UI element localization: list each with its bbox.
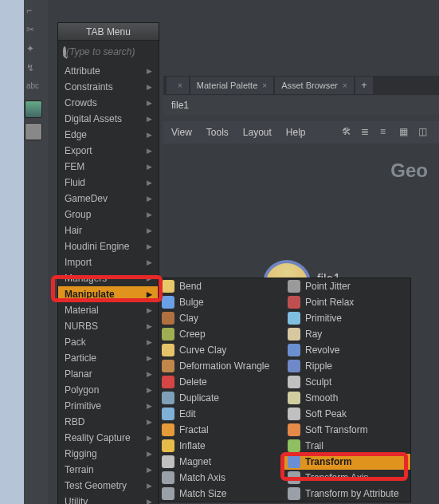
menu-item-label: Rigging — [65, 448, 97, 459]
submenu-item-label: Ripple — [305, 360, 332, 372]
menu-item-particle[interactable]: Particle▶ — [58, 350, 159, 366]
menu-item-manipulate[interactable]: Manipulate▶ — [58, 286, 159, 302]
menu-item-import[interactable]: Import▶ — [58, 254, 159, 270]
menu-item-managers[interactable]: Managers▶ — [58, 270, 159, 286]
submenu-item-transform-axis[interactable]: Transform Axis — [284, 470, 410, 486]
chevron-right-icon: ▶ — [147, 147, 152, 155]
submenu-item-bend[interactable]: Bend — [159, 278, 284, 294]
menu-item-digital-assets[interactable]: Digital Assets▶ — [58, 111, 159, 127]
manipulate-submenu: BendBulgeClayCreepCurve ClayDeformation … — [158, 278, 411, 502]
spark-icon[interactable]: ✦ — [26, 43, 41, 57]
menu-help[interactable]: Help — [286, 127, 306, 138]
menu-item-fluid[interactable]: Fluid▶ — [58, 175, 159, 191]
menu-tools[interactable]: Tools — [206, 127, 229, 138]
grid-icon[interactable]: ▦ — [399, 126, 412, 139]
submenu-item-inflate[interactable]: Inflate — [159, 438, 284, 454]
menu-item-crowds[interactable]: Crowds▶ — [58, 95, 159, 111]
submenu-item-match-axis[interactable]: Match Axis — [159, 470, 284, 486]
menu-item-constraints[interactable]: Constraints▶ — [58, 79, 159, 95]
submenu-item-soft-peak[interactable]: Soft Peak — [284, 406, 410, 422]
chevron-right-icon: ▶ — [147, 115, 152, 123]
submenu-item-trail[interactable]: Trail — [284, 438, 410, 454]
menu-view[interactable]: View — [171, 127, 192, 138]
chevron-right-icon: ▶ — [147, 211, 152, 219]
submenu-item-curve-clay[interactable]: Curve Clay — [159, 342, 284, 358]
submenu-item-duplicate[interactable]: Duplicate — [159, 390, 284, 406]
menu-item-polygon[interactable]: Polygon▶ — [58, 382, 159, 398]
submenu-item-fractal[interactable]: Fractal — [159, 422, 284, 438]
submenu-item-smooth[interactable]: Smooth — [284, 390, 410, 406]
menu-item-attribute[interactable]: Attribute▶ — [58, 63, 159, 79]
submenu-item-primitive[interactable]: Primitive — [284, 310, 410, 326]
menu-item-export[interactable]: Export▶ — [58, 143, 159, 159]
image-thumb-icon[interactable] — [25, 100, 42, 118]
tab-asset-browser[interactable]: Asset Browser × — [275, 77, 354, 94]
chevron-right-icon: ▶ — [147, 322, 152, 330]
wrench-icon[interactable]: 🛠 — [342, 126, 355, 139]
menu-item-primitive[interactable]: Primitive▶ — [58, 398, 159, 414]
menu-item-label: Fluid — [65, 177, 85, 188]
close-icon[interactable]: × — [262, 81, 267, 90]
detail-icon[interactable]: ≡ — [380, 126, 393, 139]
tab-menu-search-input[interactable] — [66, 46, 186, 57]
menu-item-group[interactable]: Group▶ — [58, 207, 159, 222]
menu-item-material[interactable]: Material▶ — [58, 302, 159, 318]
menu-item-nurbs[interactable]: NURBS▶ — [58, 318, 159, 334]
link-icon[interactable]: ↯ — [26, 62, 41, 77]
menu-item-gamedev[interactable]: GameDev▶ — [58, 191, 159, 207]
network-context-label: Geo — [390, 159, 428, 182]
menu-layout[interactable]: Layout — [243, 127, 272, 138]
menu-item-rigging[interactable]: Rigging▶ — [58, 446, 159, 462]
defwrangle-icon — [162, 360, 174, 372]
submenu-item-point-relax[interactable]: Point Relax — [284, 294, 410, 310]
submenu-item-clay[interactable]: Clay — [159, 310, 284, 326]
menu-item-label: Crowds — [65, 97, 97, 108]
tab-material-palette[interactable]: Material Palette × — [190, 77, 273, 94]
menu-item-test-geometry[interactable]: Test Geometry▶ — [58, 478, 159, 494]
right-angle-icon[interactable]: ⌐ — [26, 5, 41, 19]
text-icon[interactable]: abc — [26, 81, 41, 96]
panel-icon[interactable]: ◫ — [418, 126, 431, 139]
submenu-item-match-size[interactable]: Match Size — [159, 486, 284, 502]
submenu-item-ripple[interactable]: Ripple — [284, 358, 410, 374]
submenu-item-label: Bend — [179, 281, 202, 292]
submenu-item-ray[interactable]: Ray — [284, 326, 410, 342]
menu-item-edge[interactable]: Edge▶ — [58, 127, 159, 143]
transformaxis-icon — [288, 471, 300, 484]
menu-item-houdini-engine[interactable]: Houdini Engine▶ — [58, 238, 159, 254]
submenu-item-edit[interactable]: Edit — [159, 406, 284, 422]
submenu-item-label: Creep — [179, 329, 206, 340]
submenu-item-magnet[interactable]: Magnet — [159, 454, 284, 470]
menu-item-rbd[interactable]: RBD▶ — [58, 414, 159, 430]
pin-thumb-icon[interactable] — [25, 123, 42, 140]
close-icon[interactable]: × — [343, 81, 347, 90]
menu-item-fem[interactable]: FEM▶ — [58, 159, 159, 175]
submenu-item-revolve[interactable]: Revolve — [284, 342, 410, 358]
breadcrumb[interactable]: file1 — [163, 96, 439, 115]
inflate-icon — [162, 439, 174, 452]
close-icon[interactable]: × — [178, 81, 182, 90]
menu-item-hair[interactable]: Hair▶ — [58, 222, 159, 238]
submenu-item-point-jitter[interactable]: Point Jitter — [284, 278, 410, 294]
tab-empty[interactable]: × — [167, 77, 189, 94]
submenu-item-label: Soft Peak — [305, 408, 347, 419]
add-tab-button[interactable]: + — [355, 77, 373, 94]
list-icon[interactable]: ≣ — [361, 126, 374, 139]
menu-item-reality-capture[interactable]: Reality Capture▶ — [58, 430, 159, 446]
menu-item-pack[interactable]: Pack▶ — [58, 334, 159, 350]
submenu-item-delete[interactable]: Delete — [159, 374, 284, 390]
scissors-icon[interactable]: ✂ — [26, 24, 41, 38]
bend-icon — [162, 280, 174, 293]
menu-item-utility[interactable]: Utility▶ — [58, 494, 159, 504]
submenu-item-deformation-wrangle[interactable]: Deformation Wrangle — [159, 358, 284, 374]
menu-item-terrain[interactable]: Terrain▶ — [58, 462, 159, 478]
menu-item-planar[interactable]: Planar▶ — [58, 366, 159, 382]
submenu-item-transform[interactable]: Transform — [284, 454, 410, 470]
submenu-item-soft-transform[interactable]: Soft Transform — [284, 422, 410, 438]
chevron-right-icon: ▶ — [147, 418, 152, 426]
submenu-item-creep[interactable]: Creep — [159, 326, 284, 342]
submenu-item-sculpt[interactable]: Sculpt — [284, 374, 410, 390]
submenu-item-bulge[interactable]: Bulge — [159, 294, 284, 310]
chevron-right-icon: ▶ — [147, 258, 152, 266]
submenu-item-transform-by-attribute[interactable]: Transform by Attribute — [284, 486, 410, 502]
